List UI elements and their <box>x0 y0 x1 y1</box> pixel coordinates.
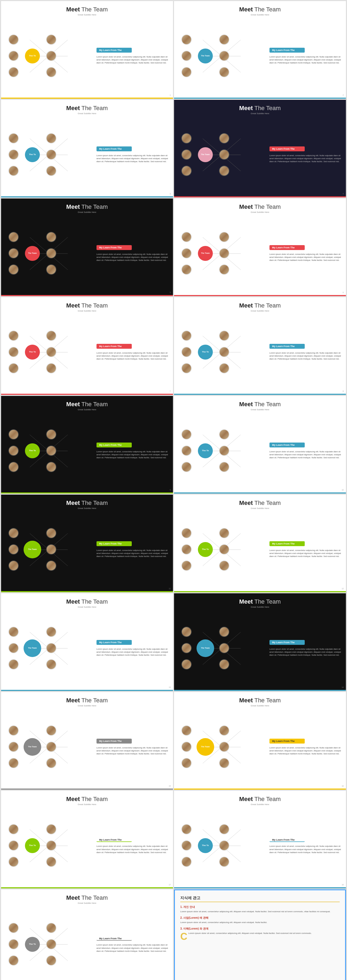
name-badge: My Learn From The <box>97 48 132 52</box>
page-num: 1 <box>170 94 171 96</box>
slide-2-title: Meet The Team <box>239 6 280 13</box>
slide-19: Meet The Team Great Subtitle Here The Te <box>1 889 173 980</box>
slide-13: Meet The Team Great Subtitle Here The Te… <box>1 593 173 691</box>
desc-text: Lorem ipsum dolor sit amet, consectetur … <box>97 55 169 65</box>
slide-8: Meet The Team Great Subtitle Here The Te <box>174 297 346 395</box>
slide-title-normal: The Team <box>80 6 108 13</box>
slide-subtitle: Great Subtitle Here <box>78 14 96 16</box>
slide-15: Meet The Team Great Subtitle Here The Te… <box>1 692 173 790</box>
slide-content: The Te My Learn From The Lorem ipsum dol… <box>5 18 169 94</box>
photo-6 <box>46 67 56 77</box>
info-body-2: 2. 사업(Lorem) 에 관해 Lorem ipsum dolor sit … <box>180 916 340 924</box>
slide-7: Meet The Team Great Subtitle Here The Te <box>1 297 173 395</box>
photo-5 <box>46 51 56 61</box>
slide-4: Meet The Team Great Subtitle Here The Te… <box>174 100 346 197</box>
info-body-1: 1. 개인 안내 Lorem ipsum dolor sit amet, con… <box>180 905 340 913</box>
info-panel-slide: 지식에 관고 1. 개인 안내 Lorem ipsum dolor sit am… <box>174 889 346 980</box>
photo-4 <box>46 35 56 45</box>
info-title: 지식에 관고 <box>180 896 340 902</box>
slide-6: Meet The Team Great Subtitle Here The Te… <box>174 199 346 296</box>
slide-3: Meet The Team Great Subtitle Here The Te <box>1 100 173 197</box>
slide-1: Meet The Team Great Subtitle Here The Te <box>1 1 173 99</box>
slide-18: Meet The Team Great Subtitle Here The Te <box>174 791 346 888</box>
mind-map-2: The Team <box>178 24 265 89</box>
slide-16: Meet The Team Great Subtitle Here The Te… <box>174 692 346 790</box>
photo-2 <box>8 51 19 61</box>
slide-10: Meet The Team Great Subtitle Here The Te <box>174 396 346 493</box>
center-node: The Team <box>198 49 213 64</box>
photo-1 <box>8 35 19 45</box>
slide-12: Meet The Team Great Subtitle Here The Te <box>174 495 346 592</box>
center-node: The Te <box>25 49 40 64</box>
slide-grid: Meet The Team Great Subtitle Here The Te <box>0 0 347 980</box>
mind-map: The Te <box>5 24 92 89</box>
slide-14: Meet The Team Great Subtitle Here The Te… <box>174 593 346 691</box>
slide-5: Meet The Team Great Subtitle Here The Te… <box>1 199 173 296</box>
info-panel: My Learn From The Lorem ipsum dolor sit … <box>94 48 169 65</box>
slide-17: Meet The Team Great Subtitle Here The Te <box>1 791 173 888</box>
slide-11: Meet The Team Great Subtitle Here The Te… <box>1 495 173 592</box>
slide-title-bold: Meet <box>66 6 80 13</box>
slide-9: Meet The Team Great Subtitle Here The Te <box>1 396 173 493</box>
info-body-3: 3. 이해(Lorem) 와 관계 C Lorem ipsum dolor si… <box>180 927 340 935</box>
slide-1-title: Meet The Team <box>66 6 108 13</box>
info-letter: C <box>180 932 187 942</box>
slide-2: Meet The Team Great Subtitle Here The Te… <box>174 1 346 99</box>
photo-3 <box>8 67 19 77</box>
